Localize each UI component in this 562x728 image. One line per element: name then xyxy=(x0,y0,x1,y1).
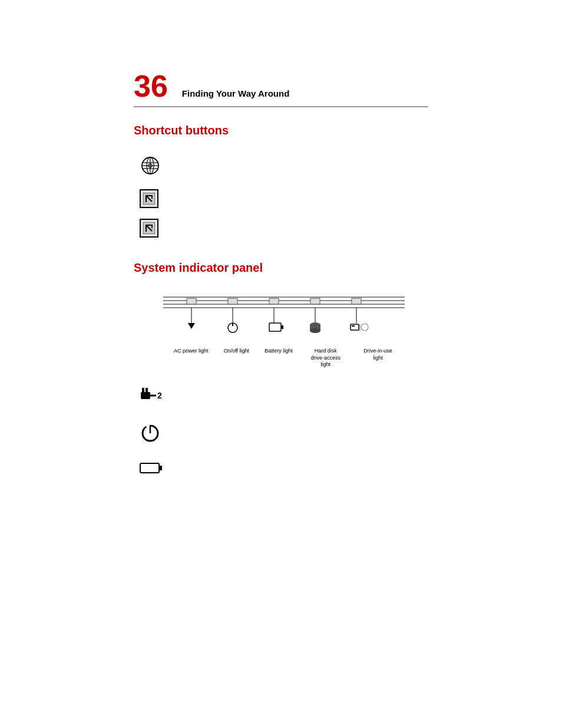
svg-rect-15 xyxy=(187,298,196,304)
battery-display-icon xyxy=(140,462,163,475)
arrow-box-icon-2 xyxy=(140,219,158,238)
ac-power-label: AC power light xyxy=(174,348,209,368)
svg-rect-16 xyxy=(228,298,237,304)
svg-rect-17 xyxy=(269,298,279,304)
svg-point-35 xyxy=(361,324,368,331)
svg-rect-19 xyxy=(352,298,361,304)
page-title: Finding Your Way Around xyxy=(182,88,289,98)
svg-rect-29 xyxy=(281,325,283,329)
bottom-icons: 2 xyxy=(140,386,428,475)
header-rule xyxy=(134,106,428,107)
harddisk-label: Hard disk drive-access light xyxy=(308,348,343,368)
indicator-labels-row: AC power light On/off light Battery ligh… xyxy=(157,348,411,368)
page-header: 36 Finding Your Way Around xyxy=(134,71,428,101)
svg-point-32 xyxy=(310,328,320,333)
driveinuse-label: Drive-in-use light xyxy=(359,348,397,368)
system-indicator-section: System indicator panel xyxy=(134,261,428,475)
svg-rect-37 xyxy=(141,392,150,399)
shortcut-buttons-section: Shortcut buttons xyxy=(134,124,428,238)
indicator-panel-diagram: AC power light On/off light Battery ligh… xyxy=(157,292,411,368)
power-button-row xyxy=(140,423,428,444)
svg-rect-18 xyxy=(310,298,320,304)
shortcut-buttons-icons xyxy=(140,155,428,238)
svg-rect-45 xyxy=(140,463,159,473)
power-plug-icon: 2 xyxy=(140,386,166,405)
page-number: 36 xyxy=(134,71,168,101)
svg-rect-34 xyxy=(352,325,355,327)
shortcut-buttons-heading: Shortcut buttons xyxy=(134,124,428,137)
onoff-label: On/off light xyxy=(224,348,249,368)
battery-label: Battery light xyxy=(265,348,293,368)
svg-rect-46 xyxy=(159,466,162,470)
battery-display-row xyxy=(140,462,428,475)
arrow-box-icon-1 xyxy=(140,189,158,208)
panel-diagram-svg xyxy=(157,292,411,351)
svg-text:2: 2 xyxy=(157,391,162,400)
svg-rect-39 xyxy=(146,388,148,393)
svg-rect-33 xyxy=(351,324,359,330)
svg-rect-38 xyxy=(142,388,144,393)
globe-icon xyxy=(140,155,161,179)
svg-rect-28 xyxy=(269,323,281,331)
svg-marker-25 xyxy=(188,323,195,329)
globe-icon-row xyxy=(140,155,428,179)
power-plug-row: 2 xyxy=(140,386,428,405)
system-indicator-heading: System indicator panel xyxy=(134,261,428,275)
arrow-box-1-row xyxy=(140,189,428,208)
arrow-box-2-row xyxy=(140,219,428,238)
power-button-icon xyxy=(140,423,161,444)
